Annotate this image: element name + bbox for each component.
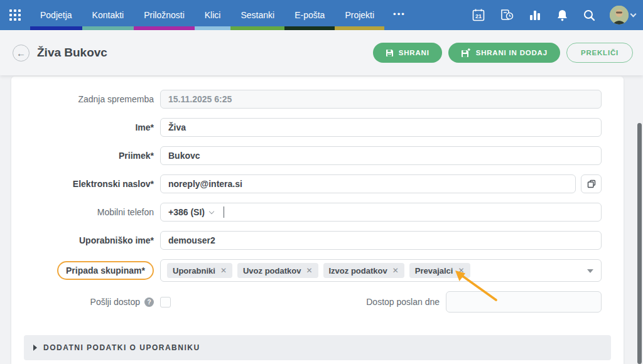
last-name-label: Priimek* [11, 151, 154, 161]
mobile-label: Mobilni telefon [11, 207, 154, 217]
text-cursor [224, 206, 224, 218]
scrollbar[interactable] [637, 123, 642, 364]
prefix-chevron-icon [209, 209, 214, 214]
save-plus-icon [461, 48, 471, 58]
email-input[interactable]: noreply@intera.si [160, 174, 576, 193]
save-and-add-button[interactable]: SHRANI IN DODAJ [448, 43, 560, 63]
last-modified-label: Zadnja sprememba [11, 94, 154, 104]
dropdown-caret-icon[interactable] [587, 269, 593, 273]
nav-tab-projekti[interactable]: Projekti [335, 0, 384, 30]
group-tag: Izvoz podatkov✕ [323, 263, 404, 278]
expand-triangle-icon [33, 345, 37, 351]
nav-tab-sestanki[interactable]: Sestanki [230, 0, 284, 30]
copy-icon [587, 179, 596, 188]
activity-log-icon[interactable] [499, 8, 514, 22]
send-access-label-wrap: Pošlji dostop ? [11, 297, 154, 307]
field-row-email: Elektronski naslov* noreply@intera.si [11, 174, 624, 193]
tab-underline [335, 26, 384, 30]
header-actions: SHRANI SHRANI IN DODAJ PREKLIČI [373, 43, 633, 63]
tab-underline [30, 26, 82, 30]
remove-tag-icon[interactable]: ✕ [220, 266, 227, 275]
nav-more-button[interactable]: ••• [384, 0, 414, 30]
form-card: Zadnja sprememba 15.11.2025 6:25 Ime* Ži… [11, 77, 624, 364]
group-tags: Uporabniki✕Uvoz podatkov✕Izvoz podatkov✕… [167, 263, 470, 278]
field-row-groups: Pripada skupinam* Uporabniki✕Uvoz podatk… [11, 259, 624, 282]
back-button[interactable]: ← [13, 45, 30, 62]
back-arrow-icon: ← [16, 48, 26, 58]
access-sent-input [446, 291, 602, 313]
groups-multiselect[interactable]: Uporabniki✕Uvoz podatkov✕Izvoz podatkov✕… [160, 259, 602, 282]
send-access-checkbox[interactable] [160, 297, 171, 308]
page-header: ← Živa Bukovc SHRANI SHRANI IN DODAJ PRE… [0, 30, 643, 75]
username-label: Uporabniško ime* [11, 235, 154, 245]
notifications-bell-icon[interactable] [556, 8, 569, 22]
nav-tab-prilo-nosti[interactable]: Priložnosti [134, 0, 195, 30]
last-name-input[interactable]: Bukovc [160, 146, 602, 165]
nav-tab-klici[interactable]: Klici [195, 0, 231, 30]
group-tag: Prevajalci✕ [409, 263, 470, 278]
group-tag: Uporabniki✕ [167, 263, 232, 278]
top-navbar: PodjetjaKontaktiPriložnostiKliciSestanki… [0, 0, 643, 30]
field-row-mobile: Mobilni telefon +386 (SI) [11, 203, 624, 222]
svg-text:21: 21 [475, 13, 482, 19]
nav-right-icons: 21 [472, 0, 643, 30]
cancel-button[interactable]: PREKLIČI [566, 43, 633, 63]
field-row-username: Uporabniško ime* demouser2 [11, 231, 624, 250]
avatar [610, 6, 629, 24]
send-access-label: Pošlji dostop [90, 297, 140, 307]
tab-underline [195, 26, 231, 30]
nav-tab-podjetja[interactable]: Podjetja [30, 0, 82, 30]
groups-label-wrap: Pripada skupinam* [11, 261, 154, 280]
page-title: Živa Bukovc [37, 46, 107, 60]
remove-tag-icon[interactable]: ✕ [458, 266, 464, 275]
remove-tag-icon[interactable]: ✕ [392, 266, 399, 275]
save-button[interactable]: SHRANI [373, 43, 442, 63]
access-sent-label: Dostop poslan dne [366, 297, 440, 307]
field-row-last-name: Priimek* Bukovc [11, 146, 624, 165]
last-modified-input: 15.11.2025 6:25 [160, 90, 602, 109]
nav-tabs: PodjetjaKontaktiPriložnostiKliciSestanki… [30, 0, 384, 30]
tab-underline [284, 26, 335, 30]
chevron-down-icon [630, 11, 637, 18]
first-name-label: Ime* [11, 122, 154, 132]
remove-tag-icon[interactable]: ✕ [306, 266, 312, 275]
user-menu[interactable] [610, 6, 635, 24]
calendar-icon[interactable]: 21 [472, 8, 485, 22]
tab-underline [134, 26, 195, 30]
tab-underline [230, 26, 284, 30]
search-icon[interactable] [583, 9, 596, 22]
field-row-access: Pošlji dostop ? Dostop poslan dne [11, 291, 624, 313]
email-label: Elektronski naslov* [11, 179, 154, 189]
groups-label-highlighted: Pripada skupinam* [57, 261, 154, 280]
phone-prefix-select[interactable]: +386 (SI) [168, 207, 205, 217]
field-row-last-modified: Zadnja sprememba 15.11.2025 6:25 [11, 90, 624, 109]
copy-email-button[interactable] [581, 174, 602, 193]
tab-underline [82, 26, 134, 30]
nav-tab-kontakti[interactable]: Kontakti [82, 0, 134, 30]
reports-icon[interactable] [528, 8, 542, 22]
mobile-input[interactable]: +386 (SI) [160, 203, 602, 222]
extra-section-toggle[interactable]: DODATNI PODATKI O UPORABNIKU [24, 335, 611, 360]
extra-section-title: DODATNI PODATKI O UPORABNIKU [43, 343, 200, 352]
group-tag: Uvoz podatkov✕ [237, 263, 318, 278]
grid-icon [9, 9, 21, 21]
save-icon [386, 49, 394, 57]
username-input[interactable]: demouser2 [160, 231, 602, 250]
app-grid-button[interactable] [0, 0, 30, 30]
first-name-input[interactable]: Živa [160, 118, 602, 137]
nav-tab-e-po-ta[interactable]: E-pošta [284, 0, 335, 30]
field-row-first-name: Ime* Živa [11, 118, 624, 137]
help-icon[interactable]: ? [144, 297, 154, 307]
